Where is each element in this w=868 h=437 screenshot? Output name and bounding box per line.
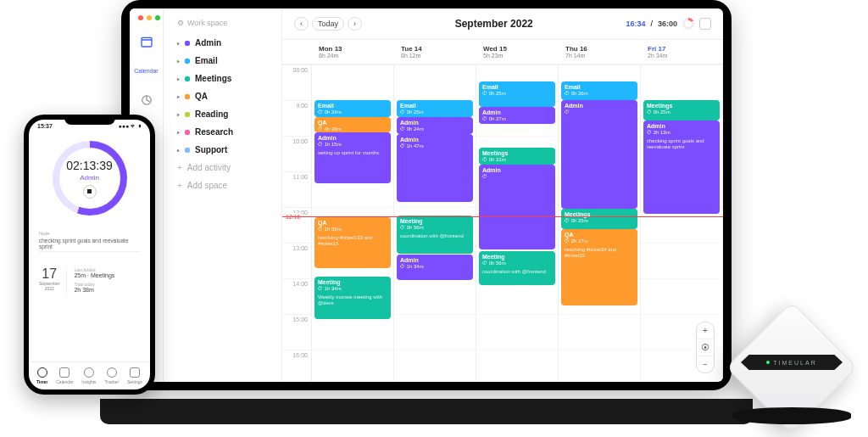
sidebar-activity[interactable]: ▸ Support: [172, 141, 273, 159]
svg-rect-0: [142, 37, 152, 47]
calendar-event[interactable]: Meetings ⏱ 0h 25m: [561, 209, 637, 229]
calendar-event[interactable]: Meetings ⏱ 0h 22m: [479, 148, 555, 165]
calendar-event[interactable]: Email ⏱ 0h 25m: [479, 81, 555, 107]
laptop-bezel: Calendar ⚙ Work space ▸ Admin▸ Email▸ Me…: [121, 0, 732, 390]
hour-label: 13:00: [282, 243, 311, 278]
event-duration: ⏱ 0h 26m: [565, 91, 634, 97]
phone-tab-settings[interactable]: Settings: [127, 367, 142, 384]
event-duration: ⏱ 0h 25m: [647, 109, 716, 115]
stop-button[interactable]: [83, 185, 97, 199]
event-title: Admin: [482, 109, 552, 116]
sidebar-activity[interactable]: ▸ Email: [172, 52, 273, 70]
total-today-value: 2h 38m: [74, 287, 114, 293]
calendar-icon[interactable]: [699, 18, 711, 30]
calendar-event[interactable]: Meetings ⏱ 0h 25m: [643, 100, 720, 120]
phone-tab-insights[interactable]: Insights: [81, 367, 96, 384]
calendar-event[interactable]: Email ⏱ 0h 24m: [314, 100, 391, 117]
calendar-event[interactable]: Admin ⏱ 1h 34m: [397, 255, 473, 280]
day-column[interactable]: Email ⏱ 0h 25m Admin ⏱ 0h 24m Admin ⏱ 1h…: [394, 64, 476, 382]
day-column[interactable]: Email ⏱ 0h 25m Admin ⏱ 0h 27m Meetings ⏱…: [476, 64, 559, 382]
workspace-header[interactable]: ⚙ Work space: [172, 19, 273, 27]
event-title: QA: [565, 232, 634, 238]
event-title: QA: [318, 120, 387, 126]
hour-label: 11:00: [282, 171, 311, 207]
sidebar: ⚙ Work space ▸ Admin▸ Email▸ Meetings▸ Q…: [164, 8, 282, 382]
calendar-event[interactable]: Meeting ⏱ 0h 56m coordination with @fron…: [479, 251, 555, 285]
status-time: 15:37: [37, 123, 53, 129]
day-column[interactable]: Email ⏱ 0h 26m Admin ⏱ Meetings ⏱ 0h 25m…: [559, 64, 641, 382]
calendar-event[interactable]: Admin ⏱ 2h 13m checking sprint goals and…: [643, 120, 720, 214]
phone-frame: 15:37 ●●● ᯤ ▮ 02:13:39 Admin Note checki…: [24, 115, 155, 395]
calendar-grid[interactable]: 08:009:0010:0011:0012:0013:0014:0015:001…: [282, 64, 723, 382]
calendar-event[interactable]: Admin ⏱ 1h 47m: [397, 134, 473, 202]
calendar-event[interactable]: Email ⏱ 0h 25m: [397, 100, 473, 117]
phone-tab-timer[interactable]: Timer: [36, 367, 48, 384]
calendar-event[interactable]: Admin ⏱ 0h 27m: [479, 107, 555, 124]
event-note: Weekly monwe meeting with @devs: [318, 294, 387, 306]
calendar-event[interactable]: QA ⏱ 2h 27m resolving #ticket34 and #tic…: [561, 229, 637, 305]
calendar-event[interactable]: Admin ⏱ 0h 24m: [397, 117, 473, 134]
plus-icon: +: [177, 163, 182, 172]
tab-label: Calendar: [56, 379, 73, 384]
calendar-event[interactable]: Email ⏱ 0h 26m: [561, 81, 637, 100]
zoom-in-button[interactable]: +: [697, 322, 714, 339]
sidebar-activity[interactable]: ▸ QA: [172, 87, 273, 105]
note-label: Note: [39, 231, 140, 236]
topbar: ‹ Today › September 2022 16:34 / 36:00: [282, 8, 723, 40]
laptop-frame: Calendar ⚙ Work space ▸ Admin▸ Email▸ Me…: [121, 0, 732, 424]
sidebar-activity[interactable]: ▸ Reading: [172, 105, 273, 123]
calendar-event[interactable]: QA ⏱ 1h 56m resolving #ticket133 and #ti…: [314, 217, 391, 268]
add-space[interactable]: +Add space: [172, 176, 273, 194]
now-indicator: [282, 216, 723, 217]
calendar-event[interactable]: QA ⏱ 0h 26m: [314, 117, 391, 132]
today-button[interactable]: Today: [312, 17, 344, 31]
calendar-event[interactable]: Admin ⏱: [561, 100, 637, 209]
calendar-event[interactable]: Meeting ⏱ 0h 56m coordination with @fron…: [397, 216, 473, 254]
tab-label: Insights: [81, 379, 96, 384]
calendar-event[interactable]: Meeting ⏱ 1h 34m Weekly monwe meeting wi…: [314, 277, 391, 319]
phone-tab-calendar[interactable]: Calendar: [56, 367, 73, 384]
event-duration: ⏱ 1h 15m: [318, 142, 387, 148]
phone-screen: 15:37 ●●● ᯤ ▮ 02:13:39 Admin Note checki…: [29, 120, 150, 389]
sidebar-activity[interactable]: ▸ Research: [172, 123, 273, 141]
add-activity[interactable]: +Add activity: [172, 159, 273, 176]
event-title: Meeting: [482, 254, 552, 261]
nav-calendar-label: Calendar: [134, 68, 158, 74]
calendar-event[interactable]: Admin ⏱ 1h 15m setting up sprint for mon…: [314, 132, 391, 183]
next-button[interactable]: ›: [348, 17, 362, 31]
event-title: Meeting: [318, 279, 387, 286]
event-title: Meetings: [647, 103, 716, 109]
nav-calendar[interactable]: [136, 31, 158, 53]
phone-tab-tracker[interactable]: Tracker: [104, 367, 119, 384]
calendar-event[interactable]: Admin ⏱: [479, 165, 555, 249]
event-duration: ⏱ 0h 27m: [482, 116, 552, 122]
zoom-out-button[interactable]: −: [697, 356, 714, 373]
tracker-brand: TIMEULAR: [773, 360, 816, 366]
phone-notch: [64, 115, 115, 125]
collapse-icon: ▸: [177, 40, 180, 46]
prev-button[interactable]: ‹: [294, 17, 309, 31]
sidebar-activity[interactable]: ▸ Admin: [172, 34, 273, 52]
collapse-icon: ▸: [177, 58, 180, 64]
event-duration: ⏱ 1h 56m: [318, 227, 387, 233]
nav-insights[interactable]: [136, 89, 158, 111]
zoom-reset-button[interactable]: ⦿: [697, 339, 714, 356]
hour-label: 16:00: [282, 350, 311, 382]
calendar-main: ‹ Today › September 2022 16:34 / 36:00: [282, 8, 723, 382]
insights-icon: [84, 367, 94, 378]
collapse-icon: ▸: [177, 76, 180, 81]
event-duration: ⏱ 0h 25m: [400, 109, 470, 115]
event-title: Admin: [400, 120, 470, 126]
day-header: Mon 138h 24m: [312, 40, 394, 64]
tracker-icon: [107, 367, 117, 378]
activity-label: Reading: [195, 109, 228, 119]
day-column[interactable]: Email ⏱ 0h 24m QA ⏱ 0h 26m Admin ⏱ 1h 15…: [312, 64, 394, 382]
timer-note[interactable]: Note checking sprint goals and reevaluat…: [39, 231, 140, 252]
event-duration: ⏱ 0h 24m: [318, 109, 387, 115]
window-controls[interactable]: [138, 15, 160, 20]
timer-activity[interactable]: Admin: [80, 174, 99, 182]
day-headers: Mon 138h 24mTue 148h 12mWed 155h 23mThu …: [282, 40, 723, 64]
tracker-led-icon: [766, 361, 770, 364]
laptop-base: [100, 399, 753, 424]
sidebar-activity[interactable]: ▸ Meetings: [172, 70, 273, 87]
